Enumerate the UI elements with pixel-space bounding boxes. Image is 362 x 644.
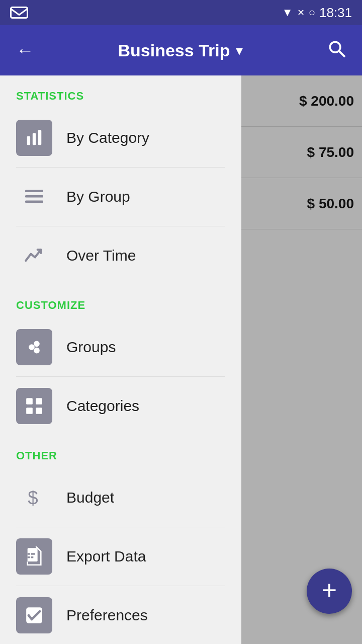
other-section-header: OTHER bbox=[0, 435, 241, 468]
svg-rect-0 bbox=[11, 8, 28, 18]
svg-rect-15 bbox=[26, 408, 33, 414]
battery-icon: ○ bbox=[309, 6, 315, 19]
dropdown-icon[interactable]: ▾ bbox=[236, 42, 243, 59]
svg-point-11 bbox=[34, 341, 40, 347]
notification-icon bbox=[10, 5, 28, 22]
right-panel: $ 200.00 $ 75.00 $ 50.00 + bbox=[241, 75, 362, 644]
export-icon bbox=[16, 538, 52, 575]
fab-button[interactable]: + bbox=[307, 569, 352, 614]
svg-rect-5 bbox=[38, 130, 41, 145]
back-button[interactable]: ← bbox=[12, 36, 38, 65]
svg-rect-13 bbox=[26, 398, 33, 405]
svg-rect-22 bbox=[31, 556, 33, 558]
svg-rect-16 bbox=[36, 408, 42, 414]
by-group-label: By Group bbox=[66, 188, 130, 205]
svg-rect-4 bbox=[33, 133, 36, 145]
preferences-label: Preferences bbox=[66, 607, 148, 624]
svg-rect-20 bbox=[28, 556, 30, 558]
svg-rect-21 bbox=[31, 553, 35, 554]
main-content: STATISTICS By Category bbox=[0, 75, 362, 644]
title-area: Business Trip ▾ bbox=[38, 41, 323, 60]
amount-row-2: $ 75.00 bbox=[241, 127, 362, 178]
menu-item-over-time[interactable]: Over Time bbox=[0, 226, 241, 285]
svg-rect-14 bbox=[36, 398, 42, 405]
signal-icon: ✕ bbox=[297, 7, 305, 18]
menu-item-budget[interactable]: $ Budget bbox=[0, 468, 241, 527]
svg-rect-7 bbox=[25, 195, 43, 198]
fab-icon: + bbox=[322, 577, 337, 603]
svg-rect-6 bbox=[25, 190, 43, 193]
svg-rect-8 bbox=[25, 201, 43, 203]
menu-item-categories[interactable]: Categories bbox=[0, 377, 241, 435]
trending-up-icon bbox=[16, 237, 52, 274]
by-category-label: By Category bbox=[66, 129, 149, 146]
statistics-section-header: STATISTICS bbox=[0, 75, 241, 109]
amount-1: $ 200.00 bbox=[299, 93, 354, 109]
search-button[interactable] bbox=[323, 35, 350, 66]
app-bar: ← Business Trip ▾ bbox=[0, 25, 362, 75]
groups-label: Groups bbox=[66, 339, 116, 356]
menu-item-groups[interactable]: Groups bbox=[0, 318, 241, 376]
menu-item-by-category[interactable]: By Category bbox=[0, 109, 241, 167]
amount-2: $ 75.00 bbox=[307, 144, 354, 160]
amount-3: $ 50.00 bbox=[307, 196, 354, 212]
svg-line-2 bbox=[339, 51, 344, 56]
amount-row-1: $ 200.00 bbox=[241, 75, 362, 127]
export-data-label: Export Data bbox=[66, 548, 146, 565]
grid-icon bbox=[16, 388, 52, 424]
customize-section-header: CUSTOMIZE bbox=[0, 285, 241, 318]
amount-row-3: $ 50.00 bbox=[241, 178, 362, 229]
list-icon bbox=[16, 179, 52, 215]
categories-label: Categories bbox=[66, 397, 139, 415]
check-icon bbox=[16, 597, 52, 633]
bar-chart-icon bbox=[16, 120, 52, 156]
menu-item-by-group[interactable]: By Group bbox=[0, 168, 241, 226]
dollar-icon: $ bbox=[16, 479, 52, 516]
svg-point-10 bbox=[29, 344, 35, 350]
status-icons: ▼ ✕ ○ 18:31 bbox=[282, 5, 352, 21]
svg-rect-9 bbox=[41, 190, 44, 193]
svg-point-12 bbox=[34, 348, 40, 354]
over-time-label: Over Time bbox=[66, 247, 136, 264]
svg-rect-18 bbox=[28, 548, 38, 561]
svg-rect-3 bbox=[27, 136, 30, 145]
menu-item-export-data[interactable]: Export Data bbox=[0, 527, 241, 586]
svg-text:$: $ bbox=[28, 488, 38, 508]
status-time: 18:31 bbox=[319, 5, 352, 21]
drawer-menu: STATISTICS By Category bbox=[0, 75, 241, 644]
status-bar: ▼ ✕ ○ 18:31 bbox=[0, 0, 362, 25]
svg-rect-19 bbox=[28, 553, 30, 554]
app-title: Business Trip bbox=[118, 41, 230, 60]
wifi-icon: ▼ bbox=[282, 6, 293, 19]
budget-label: Budget bbox=[66, 489, 114, 506]
groups-icon bbox=[16, 329, 52, 365]
menu-item-preferences[interactable]: Preferences bbox=[0, 586, 241, 644]
